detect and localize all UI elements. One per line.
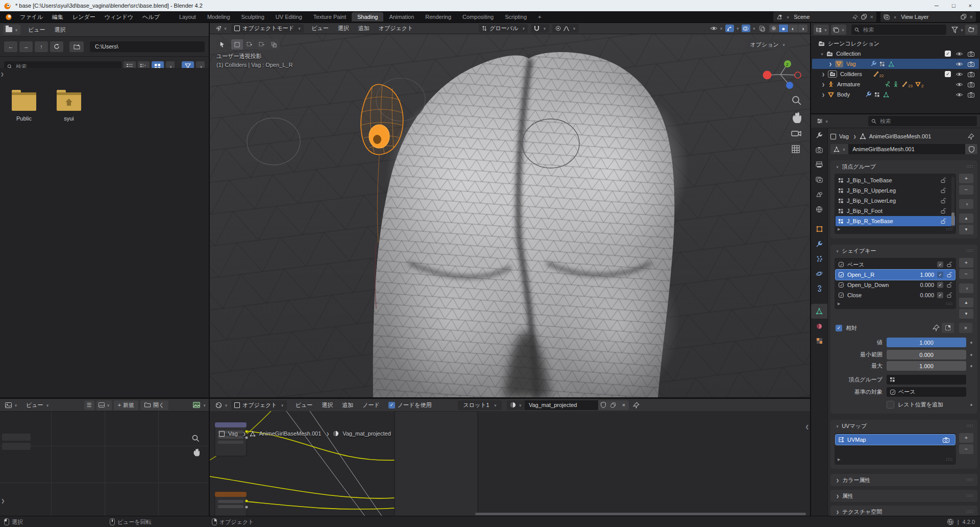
- shading-material-button[interactable]: ◐: [789, 25, 798, 32]
- image-menu-view[interactable]: ビュー∨: [21, 401, 54, 409]
- shader-type-selector[interactable]: オブジェクト ∨: [231, 400, 287, 410]
- list-resize-handle[interactable]: ∷∷: [946, 457, 953, 462]
- vertex-group-row[interactable]: J_Bip_R_LowerLeg: [836, 196, 955, 206]
- image-editor-canvas[interactable]: ❯: [0, 411, 209, 517]
- pin-icon[interactable]: [933, 324, 940, 331]
- texture-space-panel-header[interactable]: ❯ テクスチャ空間 ∷∷: [830, 506, 977, 516]
- workspace-tab-scripting[interactable]: Scripting: [499, 12, 532, 21]
- maximize-button[interactable]: □: [952, 3, 955, 9]
- fake-user-button[interactable]: [598, 400, 608, 410]
- tab-modifiers[interactable]: [811, 236, 827, 251]
- xray-toggle[interactable]: [758, 25, 767, 32]
- outliner-search-field[interactable]: [851, 25, 946, 35]
- shape-key-value-slider[interactable]: 1.000: [887, 338, 966, 347]
- shader-menu-select[interactable]: 選択: [317, 401, 337, 409]
- hide-eye-icon[interactable]: [955, 92, 963, 98]
- lock-open-icon[interactable]: [946, 292, 952, 298]
- editor-type-button[interactable]: ∨: [213, 24, 229, 33]
- color-attributes-panel-header[interactable]: ❯ カラー属性 ∷∷: [830, 474, 977, 486]
- image-editor[interactable]: ∨ ビュー∨ ☰ ∨ + 新規 開く ∨: [0, 398, 210, 517]
- hide-eye-icon[interactable]: [955, 61, 963, 67]
- outliner-row-armature[interactable]: ❯ Armature 23 2: [812, 79, 979, 89]
- file-item-public[interactable]: Public: [7, 92, 41, 122]
- copy-icon[interactable]: [961, 14, 967, 20]
- drag-handle[interactable]: ∷∷: [967, 477, 973, 483]
- viewport-menu-select[interactable]: 選択: [333, 25, 354, 32]
- image-browse-button[interactable]: ∨: [96, 400, 112, 410]
- tab-scene[interactable]: [811, 187, 827, 202]
- tab-view-layer[interactable]: [811, 172, 827, 187]
- outliner-row-colliders[interactable]: ❯ Colliders 22 ✓: [812, 69, 979, 79]
- blender-menu-icon[interactable]: [5, 13, 12, 20]
- fake-user-button[interactable]: [965, 144, 977, 154]
- shader-menu-add[interactable]: 追加: [337, 401, 358, 409]
- active-render-camera-icon[interactable]: [943, 437, 949, 443]
- parent-dir-button[interactable]: ↑: [35, 41, 48, 52]
- menu-file[interactable]: ファイル: [15, 13, 47, 21]
- refresh-button[interactable]: [50, 41, 63, 52]
- shape-key-row[interactable]: Open_Up_Down 0.000 ✓: [836, 280, 955, 290]
- outliner-row-collection[interactable]: ∨ Collection ✓: [812, 49, 979, 59]
- viewport-menu-object[interactable]: オブジェクト: [374, 25, 418, 32]
- path-field[interactable]: [90, 41, 205, 52]
- pin-icon[interactable]: [852, 14, 858, 20]
- new-image-button[interactable]: + 新規: [114, 400, 138, 410]
- select-mode-intersect-button[interactable]: [268, 39, 280, 50]
- menu-window[interactable]: ウィンドウ: [100, 13, 138, 21]
- shape-keys-header[interactable]: ∨ シェイプキー ∷∷: [830, 245, 977, 257]
- relative-to-field[interactable]: ベース: [887, 387, 966, 397]
- move-up-button[interactable]: ▲: [959, 213, 973, 223]
- add-vertex-group-button[interactable]: +: [959, 174, 973, 183]
- exclude-checkbox[interactable]: ✓: [945, 51, 951, 57]
- shape-key-enabled-checkbox[interactable]: ✓: [937, 292, 943, 298]
- shape-key-vertex-group-field[interactable]: [887, 375, 966, 385]
- expander-icon[interactable]: ∨: [821, 52, 823, 56]
- add-workspace-button[interactable]: +: [532, 12, 547, 21]
- tab-output[interactable]: [811, 157, 827, 172]
- menu-render[interactable]: レンダー: [68, 13, 100, 21]
- unlink-icon[interactable]: ×: [870, 14, 873, 20]
- drag-handle[interactable]: ∷∷: [967, 493, 973, 498]
- back-button[interactable]: ←: [4, 41, 17, 52]
- expander-icon[interactable]: ❯: [822, 83, 825, 86]
- disable-render-camera-icon[interactable]: [968, 82, 974, 87]
- select-mode-new-button[interactable]: [231, 39, 243, 50]
- lock-open-icon[interactable]: [940, 218, 946, 224]
- workspace-tab-sculpting[interactable]: Sculpting: [236, 12, 270, 21]
- list-resize-handle[interactable]: ∷∷: [946, 301, 953, 306]
- gizmos-toggle[interactable]: ∨: [725, 25, 739, 32]
- viewport-menu-add[interactable]: 追加: [354, 25, 374, 32]
- viewport-options-button[interactable]: オプション ∨: [746, 39, 790, 50]
- toolbar-toggle-icon[interactable]: ❯: [1, 72, 4, 77]
- horizontal-scrollbar[interactable]: [475, 513, 806, 515]
- lock-open-icon[interactable]: [940, 177, 946, 183]
- disable-render-camera-icon[interactable]: [968, 51, 974, 57]
- shape-key-value[interactable]: 0.000: [920, 292, 934, 298]
- list-filter-toggle[interactable]: ▶: [838, 227, 840, 231]
- drag-handle[interactable]: ∷∷: [967, 423, 973, 428]
- file-browser-menu-view[interactable]: ビュー: [23, 26, 50, 34]
- menu-help[interactable]: ヘルプ: [138, 13, 164, 21]
- remove-shape-key-button[interactable]: −: [959, 269, 973, 279]
- active-tool-button[interactable]: [216, 39, 228, 50]
- outliner-filter-button[interactable]: ∨: [951, 27, 963, 33]
- move-up-button[interactable]: ▲: [959, 298, 973, 307]
- tab-world[interactable]: [811, 202, 827, 217]
- shape-key-row[interactable]: Close 0.000 ✓: [836, 290, 955, 300]
- zoom-icon[interactable]: [192, 435, 200, 442]
- vertex-group-row[interactable]: J_Bip_R_Foot: [836, 206, 955, 216]
- remove-uv-map-button[interactable]: −: [959, 444, 973, 454]
- unlink-material-button[interactable]: ×: [619, 400, 629, 410]
- shader-menu-node[interactable]: ノード: [358, 401, 384, 409]
- drag-handle[interactable]: ∷∷: [967, 509, 973, 514]
- material-browse-button[interactable]: ∨: [507, 400, 525, 410]
- range-min-field[interactable]: 0.000: [887, 350, 966, 360]
- material-slot-selector[interactable]: スロット1 ∨: [458, 400, 501, 410]
- tab-constraints[interactable]: [811, 281, 827, 296]
- image-specials-button[interactable]: ☰: [84, 400, 94, 410]
- menu-edit[interactable]: 編集: [47, 13, 68, 21]
- shader-menu-view[interactable]: ビュー: [291, 401, 317, 409]
- overlays-toggle[interactable]: ∨: [742, 25, 755, 32]
- add-shape-key-button[interactable]: +: [959, 258, 973, 268]
- vertex-groups-header[interactable]: ∨ 頂点グループ ∷∷: [830, 160, 977, 173]
